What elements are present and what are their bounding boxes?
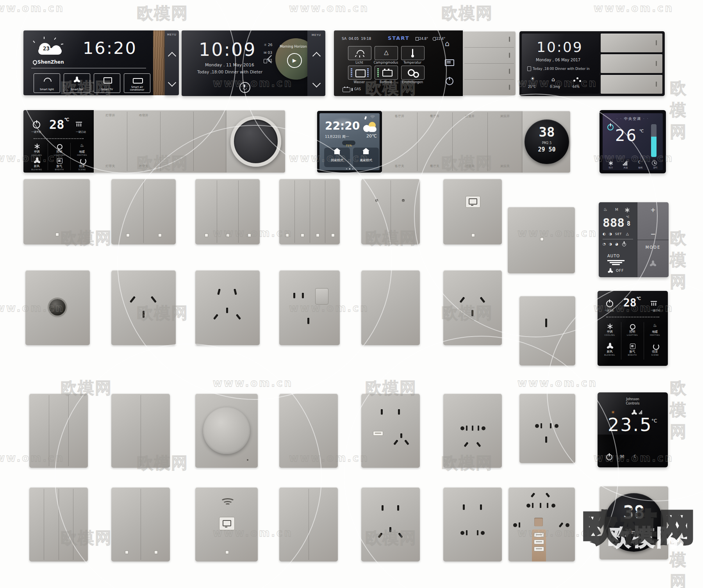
away-mode-button[interactable]: 离家模式 (353, 148, 379, 167)
rocker-switch[interactable] (601, 75, 662, 94)
switch-2gang-screws[interactable] (361, 179, 420, 244)
plus-button[interactable]: + (637, 206, 669, 214)
switch-2gang-tall[interactable] (111, 487, 170, 561)
scene-btn-lighting[interactable]: 照明LIGHTING (623, 324, 642, 336)
pm-dial-big-display[interactable]: 38 29 50 (605, 493, 663, 552)
module-label[interactable]: 客厅关 (382, 164, 417, 168)
sun-icon: ☼ (264, 43, 267, 47)
switch-4gang[interactable] (279, 179, 340, 244)
scene-btn-heating[interactable]: ♨地暖HEATING (72, 144, 92, 156)
scene-btn-vent[interactable]: 换气BREATH (49, 158, 70, 171)
scene-btn-freshair[interactable]: 新风BLOWING (600, 343, 619, 356)
batterie-tile[interactable] (375, 66, 398, 80)
fan-speed-icon[interactable] (623, 161, 627, 166)
module-label[interactable]: 过道开 (452, 114, 487, 118)
pin-slot (480, 297, 485, 303)
scene-btn-scene[interactable]: 情景SCENE (645, 343, 665, 356)
slider-dots[interactable] (34, 138, 84, 139)
rocker-switch[interactable] (509, 53, 510, 58)
scene-btn-lighting[interactable]: 照明LIGHTING (49, 144, 70, 156)
scene-btn-scene[interactable]: 情景SCENE (72, 158, 92, 171)
scene-btn-cooling[interactable]: 空调COOLING (27, 144, 47, 156)
switch-2gang[interactable] (111, 179, 176, 244)
module-label[interactable]: 布帘开 (127, 113, 160, 118)
switch-3gang-tall[interactable] (29, 394, 88, 468)
mode-button[interactable]: MODE (637, 245, 669, 249)
rocker-switch[interactable] (315, 288, 328, 305)
album-art[interactable]: Morning Horizon ▶ (275, 38, 307, 80)
list-menu-icon[interactable] (445, 59, 454, 66)
switch-2gang-tall[interactable] (279, 487, 338, 561)
cool-icon[interactable] (608, 161, 613, 165)
smart-fan-button[interactable]: Smart fan (64, 73, 90, 93)
switch-3gang[interactable] (195, 179, 260, 244)
rocker-switch[interactable] (601, 34, 662, 52)
einstellungen-tile[interactable] (401, 66, 425, 80)
rotary-dial-knob[interactable] (230, 116, 281, 167)
camping-tile[interactable]: △ (375, 46, 398, 60)
page-dot[interactable] (346, 168, 347, 169)
pm-dial-display[interactable]: 38 PM2.5 29 50 (525, 119, 569, 164)
switch-1gang-plain[interactable] (508, 207, 575, 273)
module-label[interactable]: 过道关 (452, 164, 487, 168)
fan-ghost-icon[interactable] (650, 261, 656, 267)
switch-4gang-tall[interactable] (29, 487, 88, 561)
microphone-button[interactable] (239, 82, 250, 93)
chevron-down-icon[interactable] (312, 79, 321, 87)
lamp-icon (44, 78, 52, 82)
timer-icon[interactable] (652, 160, 657, 166)
temperatur-tile[interactable] (401, 46, 425, 60)
rocker-switch[interactable] (601, 54, 662, 73)
power-icon[interactable] (446, 77, 453, 85)
switch-2gang-tall[interactable] (111, 394, 170, 468)
chevron-down-icon[interactable] (168, 78, 176, 87)
switch-1gang[interactable] (23, 179, 90, 244)
scene-btn-vent[interactable]: 换气BREATH (623, 343, 642, 356)
minus-button[interactable]: − (637, 230, 669, 238)
module-label[interactable]: 餐厅关 (417, 164, 452, 168)
mode-button[interactable]: M (620, 454, 624, 459)
page-dot-active[interactable] (349, 168, 350, 169)
play-button[interactable]: ▶ (287, 53, 302, 68)
smart-ac-button[interactable]: Smart air conditioner (124, 73, 150, 93)
network-icon[interactable] (573, 77, 581, 82)
rocker-switch[interactable] (509, 85, 510, 90)
power-icon[interactable] (606, 300, 613, 307)
scene-btn-heating[interactable]: ♨地暖HEATING (645, 324, 665, 336)
chevron-up-icon[interactable] (312, 52, 321, 60)
power-icon[interactable] (33, 121, 40, 128)
module-label[interactable]: 灯带开 (94, 113, 127, 118)
home-icon[interactable]: ⌂ (445, 39, 450, 48)
chevron-up-icon[interactable] (168, 52, 176, 60)
page-dot[interactable] (352, 168, 353, 169)
temp-slider[interactable] (651, 124, 657, 157)
location-pin-icon (32, 59, 38, 66)
module-label[interactable]: 灯带关 (94, 164, 127, 168)
module-label[interactable]: 厨房开 (487, 114, 523, 118)
module-label[interactable]: 客厅开 (382, 114, 417, 118)
sleep-icon[interactable]: ☾ (638, 160, 642, 165)
scene-btn-freshair[interactable]: 新风BLOWING (27, 158, 47, 171)
dimmer-knob[interactable] (203, 407, 250, 454)
rocker-switch[interactable] (509, 37, 510, 42)
vent-icon[interactable] (76, 122, 82, 127)
home-icon[interactable]: ⌂ (551, 76, 555, 82)
round-button-switch[interactable] (25, 270, 90, 345)
licht-tile[interactable] (348, 46, 371, 60)
round-button[interactable] (49, 299, 66, 315)
module-label[interactable]: 餐厅开 (417, 114, 452, 118)
module-label[interactable]: 布帘关 (127, 164, 160, 168)
home-mode-button[interactable]: 回家模式 (324, 148, 350, 167)
sleep-button[interactable]: ☾ (633, 454, 638, 459)
module-label[interactable]: 厨房关 (487, 164, 523, 168)
sun-icon[interactable]: ☀ (530, 76, 535, 82)
smart-light-button[interactable]: Smart light (34, 73, 60, 93)
rocker-switch[interactable] (509, 69, 510, 74)
slider-dots[interactable] (606, 317, 659, 317)
vent-icon[interactable] (651, 301, 657, 306)
scene-btn-cooling[interactable]: 空调COOLING (600, 324, 619, 336)
wasser-tile[interactable] (348, 66, 371, 80)
power-icon[interactable] (607, 124, 614, 130)
power-button[interactable] (606, 454, 612, 460)
smart-tv-button[interactable]: Smart TV (94, 73, 120, 93)
